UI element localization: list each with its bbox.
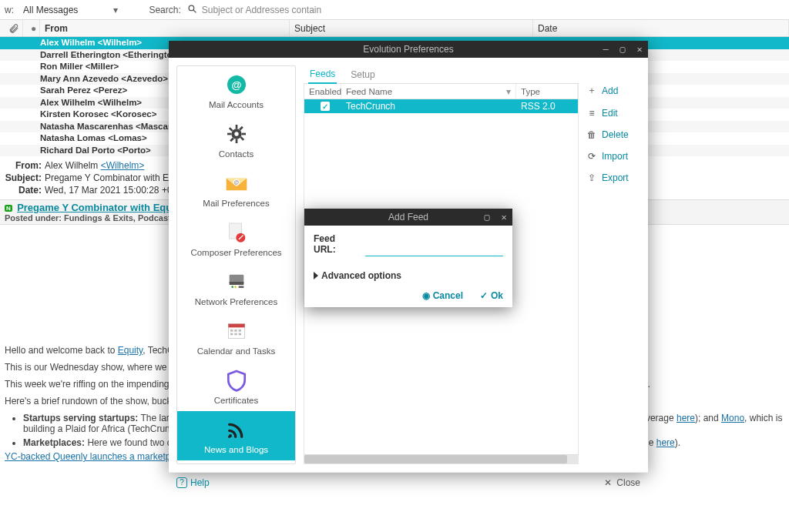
window-close-icon[interactable]: ✕ xyxy=(631,41,648,58)
chevron-down-icon[interactable]: ▾ xyxy=(113,5,118,15)
svg-rect-8 xyxy=(241,133,245,136)
import-button[interactable]: ⟳Import xyxy=(586,151,640,162)
from-name: Alex Wilhelm xyxy=(45,160,101,171)
search-label: Search: xyxy=(149,5,180,15)
rss-icon xyxy=(223,419,250,440)
sidebar-item-contacts[interactable]: Contacts xyxy=(177,115,295,165)
sidebar-item-label: News and Blogs xyxy=(180,445,292,454)
coverage-link[interactable]: here xyxy=(656,437,675,448)
flag-column-icon[interactable]: ● xyxy=(23,20,40,36)
sidebar-item-network[interactable]: Network Preferences xyxy=(177,263,295,313)
svg-text:@: @ xyxy=(231,79,241,91)
new-badge: N xyxy=(5,205,12,212)
col-feed-name[interactable]: Feed Name▾ xyxy=(341,84,516,99)
svg-point-23 xyxy=(231,286,233,288)
svg-point-34 xyxy=(229,434,232,437)
window-maximize-icon[interactable]: ▢ xyxy=(478,209,495,226)
advanced-options-toggle[interactable]: Advanced options xyxy=(314,270,503,281)
column-subject[interactable]: Subject xyxy=(290,20,533,36)
column-from[interactable]: From xyxy=(40,20,290,36)
col-enabled[interactable]: Enabled xyxy=(304,84,341,99)
chevron-right-icon xyxy=(314,272,318,279)
article-title-link[interactable]: Pregame Y Combinator with Equity xyxy=(17,202,183,213)
show-dropdown[interactable]: All Messages xyxy=(23,5,78,15)
feed-actions: ＋Add ≡Edit 🗑Delete ⟳Import ⇪Export xyxy=(586,65,640,464)
svg-rect-12 xyxy=(230,138,234,142)
add-button[interactable]: ＋Add xyxy=(586,84,640,97)
message-list-header: ● From Subject Date xyxy=(0,20,789,37)
sidebar-item-certificates[interactable]: Certificates xyxy=(177,362,295,411)
svg-rect-33 xyxy=(238,333,240,336)
horizontal-scrollbar[interactable] xyxy=(304,454,578,463)
chevron-down-icon[interactable]: ▾ xyxy=(506,86,511,97)
window-close-icon[interactable]: ✕ xyxy=(495,209,512,226)
sidebar-item-label: Network Preferences xyxy=(180,297,292,306)
close-button[interactable]: ✕Close xyxy=(604,477,640,488)
network-icon xyxy=(223,271,250,293)
bullet-heading: Marketplaces: xyxy=(23,437,85,448)
window-minimize-icon[interactable]: — xyxy=(597,41,614,58)
export-button[interactable]: ⇪Export xyxy=(586,172,640,183)
sidebar-item-label: Composer Preferences xyxy=(180,248,292,257)
svg-point-0 xyxy=(189,5,194,11)
svg-rect-27 xyxy=(228,324,244,328)
filter-bar: w: All Messages ▾ Search: Subject or Add… xyxy=(0,0,789,20)
sidebar-item-news-blogs[interactable]: News and Blogs xyxy=(177,411,295,460)
subject-label: Subject: xyxy=(5,172,42,183)
plus-icon: ＋ xyxy=(586,84,597,97)
window-maximize-icon[interactable]: ▢ xyxy=(614,41,631,58)
list-icon: ≡ xyxy=(586,108,597,119)
coverage-link[interactable]: here xyxy=(677,413,695,423)
svg-rect-29 xyxy=(234,330,237,332)
sidebar-item-composer[interactable]: Composer Preferences xyxy=(177,214,295,263)
svg-rect-22 xyxy=(229,282,243,285)
tab-feeds[interactable]: Feeds xyxy=(308,65,337,84)
dialog-title: Add Feed xyxy=(388,212,428,223)
svg-rect-6 xyxy=(235,139,237,143)
search-input[interactable]: Subject or Addresses contain xyxy=(202,5,321,15)
dialog-titlebar[interactable]: Add Feed ▢ ✕ xyxy=(304,209,512,226)
feed-enabled-checkbox[interactable]: ✓ xyxy=(304,102,341,111)
col-type[interactable]: Type xyxy=(516,84,578,99)
svg-rect-28 xyxy=(230,330,233,332)
delete-button[interactable]: 🗑Delete xyxy=(586,129,640,140)
tabs: Feeds Setup xyxy=(304,65,579,84)
feed-type: RSS 2.0 xyxy=(516,101,578,112)
svg-rect-9 xyxy=(228,127,233,132)
search-icon[interactable] xyxy=(187,4,197,16)
feed-url-input[interactable] xyxy=(365,243,503,256)
window-titlebar[interactable]: Evolution Preferences — ▢ ✕ xyxy=(169,41,648,58)
export-icon: ⇪ xyxy=(586,172,597,183)
sidebar-item-calendar[interactable]: Calendar and Tasks xyxy=(177,313,295,362)
attachment-column-icon[interactable] xyxy=(0,20,23,36)
preferences-bottom-bar: ?Help ✕Close xyxy=(169,472,648,492)
tab-setup[interactable]: Setup xyxy=(349,66,376,83)
help-button[interactable]: ?Help xyxy=(176,477,210,488)
equity-link[interactable]: Equity xyxy=(118,345,143,356)
from-value: Alex Wilhelm <Wilhelm> xyxy=(45,160,144,171)
feed-row[interactable]: ✓ TechCrunch RSS 2.0 xyxy=(304,99,578,113)
add-feed-dialog: Add Feed ▢ ✕ Feed URL: Advanced options … xyxy=(304,209,512,307)
svg-rect-11 xyxy=(239,126,243,131)
column-date[interactable]: Date xyxy=(533,20,789,36)
cancel-button[interactable]: ◉Cancel xyxy=(422,290,463,301)
svg-rect-31 xyxy=(230,333,233,336)
ok-button[interactable]: ✓Ok xyxy=(480,290,503,301)
svg-point-24 xyxy=(234,286,237,288)
preferences-sidebar: @ Mail Accounts Contacts @ Mail Preferen… xyxy=(176,65,296,464)
body-text: ); and xyxy=(695,413,721,423)
from-address-link[interactable]: <Wilhelm> xyxy=(101,160,145,171)
close-icon: ✕ xyxy=(604,477,612,488)
edit-button[interactable]: ≡Edit xyxy=(586,108,640,119)
svg-rect-32 xyxy=(234,333,237,336)
body-text: ). xyxy=(675,437,680,448)
mono-link[interactable]: Mono xyxy=(721,413,744,423)
sidebar-item-mail-prefs[interactable]: @ Mail Preferences xyxy=(177,165,295,214)
sidebar-item-label: Certificates xyxy=(180,396,292,405)
sidebar-item-mail-accounts[interactable]: @ Mail Accounts xyxy=(177,66,295,115)
help-icon: ? xyxy=(176,477,187,488)
document-edit-icon xyxy=(223,222,250,243)
show-label: w: xyxy=(5,5,14,15)
at-sign-icon: @ xyxy=(223,74,250,95)
feed-url-label: Feed URL: xyxy=(314,233,358,255)
